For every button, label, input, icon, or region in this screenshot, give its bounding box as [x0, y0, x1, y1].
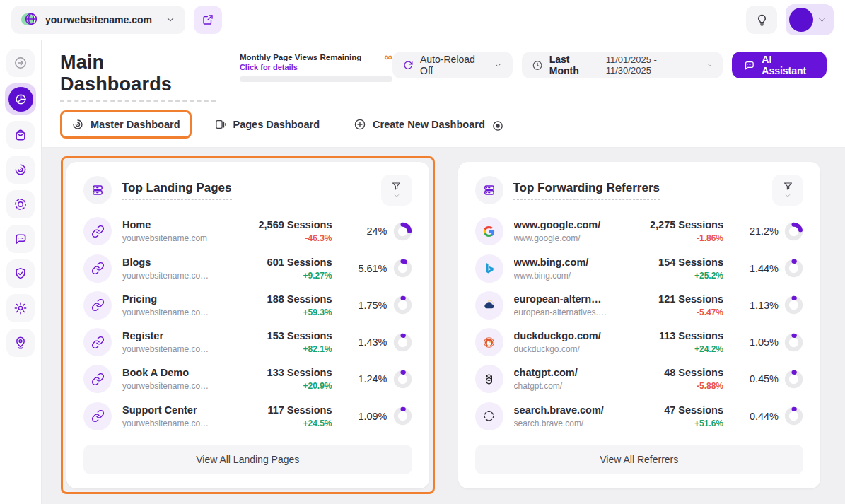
filter-button[interactable] — [381, 175, 412, 206]
sidebar-item-settings[interactable] — [6, 294, 35, 322]
donut-chart — [784, 259, 803, 278]
share-percent: 1.24% — [358, 373, 387, 385]
ai-assistant-button[interactable]: AI Assistant — [732, 52, 827, 78]
share-percent: 0.44% — [750, 411, 779, 422]
list-item[interactable]: Home yourwebsitename.com 2,569 Sessions … — [83, 217, 412, 245]
change-value: +25.2% — [617, 271, 723, 281]
stack-icon — [475, 176, 503, 204]
row-title: www.google.com/ — [514, 219, 607, 230]
donut-chart — [393, 406, 412, 426]
bag-icon — [13, 128, 28, 142]
chat-bubble-icon — [13, 232, 28, 246]
sidebar-item-chat[interactable] — [6, 225, 35, 253]
date-range-picker[interactable]: Last Month 11/01/2025 - 11/30/2025 — [522, 52, 723, 78]
link-icon — [83, 254, 112, 283]
donut-chart — [393, 295, 412, 315]
list-item[interactable]: Book A Demo yourwebsitename.com/demo 133… — [83, 365, 412, 393]
top-landing-pages-card: Top Landing Pages Home — [66, 162, 429, 488]
change-value: +20.9% — [226, 381, 332, 391]
row-subtitle: www.bing.com/ — [514, 271, 607, 281]
quota-details-link[interactable]: Click for details — [240, 63, 392, 71]
dashboard-tabs: Master Dashboard Pages Dashboard Create … — [60, 110, 827, 147]
landing-pages-list: Home yourwebsitename.com 2,569 Sessions … — [83, 206, 412, 439]
main-header: Main Dashboards Monthly Page Views Remai… — [42, 40, 845, 148]
orange-dot-icon — [491, 119, 501, 129]
list-item[interactable]: Register yourwebsitename.com/register 15… — [83, 328, 412, 356]
sidebar-collapse-button[interactable] — [6, 49, 35, 77]
donut-chart — [393, 259, 412, 278]
change-value: -46.3% — [226, 233, 332, 243]
open-website-button[interactable] — [194, 6, 222, 34]
tab-pages-dashboard[interactable]: Pages Dashboard — [203, 110, 332, 139]
row-subtitle: yourwebsitename.com — [122, 233, 216, 243]
view-all-landing-pages-button[interactable]: View All Landing Pages — [83, 445, 412, 474]
refresh-icon — [402, 59, 414, 71]
list-item[interactable]: Blogs yourwebsitename.com/blogs 601 Sess… — [83, 254, 412, 283]
sidebar-item-bag[interactable] — [6, 121, 35, 149]
account-menu[interactable] — [786, 4, 834, 35]
sidebar-item-location[interactable] — [6, 329, 35, 357]
list-item[interactable]: Pricing yourwebsitename.com/pricing 188 … — [83, 291, 412, 320]
tab-master-dashboard[interactable]: Master Dashboard — [60, 110, 192, 139]
stack-icon — [83, 176, 112, 204]
page-title: Main Dashboards — [60, 52, 216, 102]
sidebar-item-shield[interactable] — [6, 259, 35, 288]
row-title: www.bing.com/ — [514, 257, 607, 268]
sessions-value: 153 Sessions — [226, 330, 332, 341]
list-item[interactable]: european-alternatives.eu/ european-alter… — [475, 291, 804, 320]
auto-reload-dropdown[interactable]: Auto-Reload Off — [392, 52, 513, 78]
list-item[interactable]: duckduckgo.com/ duckduckgo.com/ 113 Sess… — [475, 328, 804, 356]
funnel-icon — [783, 181, 793, 192]
row-title: chatgpt.com/ — [514, 367, 607, 378]
tips-button[interactable] — [746, 6, 777, 34]
share-percent: 21.2% — [750, 225, 779, 237]
share-percent: 1.13% — [750, 300, 779, 311]
sessions-value: 117 Sessions — [226, 404, 332, 416]
row-subtitle: yourwebsitename.com/blogs — [122, 271, 216, 281]
row-subtitle: yourwebsitename.com/pricing — [122, 307, 216, 317]
list-item[interactable]: www.google.com/ www.google.com/ 2,275 Se… — [475, 217, 804, 245]
chevron-down-icon — [165, 15, 175, 25]
row-subtitle: yourwebsitename.com/support — [122, 418, 216, 428]
share-percent: 1.09% — [358, 411, 387, 422]
dashboard-content: Top Landing Pages Home — [42, 148, 845, 504]
list-item[interactable]: Support Center yourwebsitename.com/suppo… — [83, 402, 412, 430]
share-percent: 1.75% — [358, 300, 387, 311]
top-forwarding-referrers-card: Top Forwarding Referrers www.go — [458, 162, 821, 488]
sessions-value: 113 Sessions — [617, 330, 723, 341]
filter-button[interactable] — [772, 175, 803, 206]
gear-icon — [13, 301, 28, 315]
sidebar-item-spiral[interactable] — [6, 156, 35, 184]
row-subtitle: european-alternatives.eu/ — [514, 307, 607, 317]
shield-check-icon — [13, 266, 28, 281]
link-icon — [83, 365, 112, 393]
list-item[interactable]: search.brave.com/ search.brave.com/ 47 S… — [475, 402, 804, 430]
tab-create-new-dashboard[interactable]: Create New Dashboard — [342, 110, 513, 139]
date-range-value: 11/01/2025 - 11/30/2025 — [606, 54, 700, 76]
donut-chart — [784, 222, 803, 241]
chevron-down-icon — [494, 61, 502, 70]
view-all-referrers-button[interactable]: View All Referrers — [475, 445, 804, 474]
link-icon — [83, 328, 112, 356]
share-percent: 1.43% — [358, 336, 387, 348]
donut-chart — [784, 370, 803, 389]
pie-chart-icon — [8, 87, 33, 112]
website-selector[interactable]: yourwebsitename.com — [11, 6, 185, 34]
card-title: Top Forwarding Referrers — [513, 181, 660, 200]
row-subtitle: duckduckgo.com/ — [514, 344, 607, 354]
sidebar-item-dashboards[interactable] — [5, 83, 36, 115]
card-title: Top Landing Pages — [122, 181, 232, 200]
row-subtitle: yourwebsitename.com/demo — [122, 381, 216, 391]
list-item[interactable]: chatgpt.com/ chatgpt.com/ 48 Sessions -5… — [475, 365, 804, 393]
donut-chart — [393, 370, 412, 389]
lightbulb-icon — [755, 13, 769, 27]
share-percent: 1.05% — [750, 336, 779, 348]
link-icon — [83, 291, 112, 320]
donut-chart — [393, 222, 412, 241]
globe-icon — [21, 12, 38, 28]
avatar — [789, 8, 813, 32]
sidebar-item-lens[interactable] — [6, 190, 35, 218]
list-item[interactable]: www.bing.com/ www.bing.com/ 154 Sessions… — [475, 254, 804, 283]
chat-bubble-icon — [743, 59, 755, 71]
referrer-favicon — [475, 328, 503, 356]
